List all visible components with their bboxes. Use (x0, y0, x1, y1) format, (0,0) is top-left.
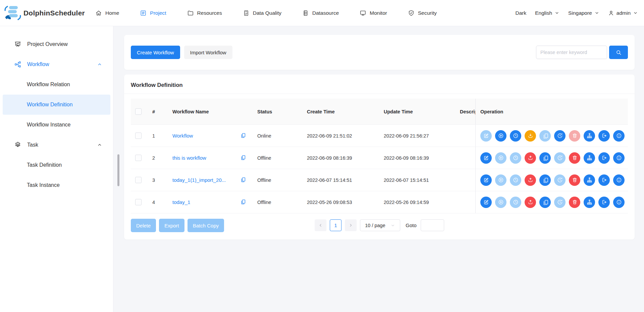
workflow-name-link[interactable]: today_1 (172, 199, 190, 205)
table-row: 4today_1Offline2022-05-26 09:08:532022-0… (131, 191, 628, 213)
operation-cell (475, 191, 628, 213)
nav-item-data-quality[interactable]: Data Quality (243, 10, 281, 16)
edit-button[interactable] (480, 174, 492, 186)
pagination: 1 10 / page Goto (315, 219, 444, 231)
row-checkbox[interactable] (135, 177, 142, 183)
copy-button[interactable] (539, 197, 551, 208)
cron-manage-button[interactable] (554, 197, 566, 208)
tree-view-button[interactable] (584, 197, 595, 208)
nav-item-monitor[interactable]: Monitor (360, 10, 387, 16)
sidebar-item-workflow-instance[interactable]: Workflow Instance (3, 115, 110, 135)
timing-button[interactable] (510, 152, 521, 164)
sidebar-item-task[interactable]: Task (3, 135, 110, 155)
run-button[interactable] (495, 174, 506, 186)
row-checkbox-cell (131, 169, 146, 191)
theme-toggle[interactable]: Dark (516, 10, 527, 16)
export-button[interactable] (598, 130, 610, 142)
language-select[interactable]: English (535, 10, 559, 16)
online-button[interactable] (525, 174, 536, 186)
workflow-name-link[interactable]: Workflow (172, 133, 193, 139)
panel-title: Workflow Definition (124, 74, 635, 94)
page-scrollbar[interactable] (117, 154, 119, 186)
copy-icon[interactable] (240, 155, 247, 161)
nav-item-project[interactable]: Project (140, 10, 166, 16)
export-button[interactable]: Export (159, 219, 184, 232)
copy-icon[interactable] (240, 177, 247, 183)
row-checkbox[interactable] (135, 155, 142, 161)
version-info-button[interactable] (613, 174, 625, 186)
copy-icon[interactable] (240, 133, 247, 139)
next-page-button[interactable] (345, 219, 357, 231)
sidebar-item-workflow[interactable]: Workflow (3, 54, 110, 74)
version-info-button[interactable] (613, 152, 625, 164)
sidebar-item-task-instance[interactable]: Task Instance (3, 175, 110, 195)
select-all-checkbox[interactable] (135, 108, 142, 115)
nav-item-security[interactable]: Security (408, 10, 437, 16)
search-button[interactable] (609, 46, 628, 59)
search-input[interactable] (536, 46, 607, 59)
cron-manage-button[interactable] (554, 130, 566, 142)
workflow-name-text: this is workflow (172, 155, 240, 161)
delete-button[interactable] (569, 152, 580, 164)
nav-item-home[interactable]: Home (95, 10, 119, 16)
workflow-name-link[interactable]: this is workflow (172, 155, 206, 161)
timing-button[interactable] (510, 174, 521, 186)
nav-item-resources[interactable]: Resources (187, 10, 222, 16)
sidebar-item-workflow-definition[interactable]: Workflow Definition (3, 95, 110, 115)
timing-button[interactable] (510, 130, 521, 142)
cron-manage-button[interactable] (554, 152, 566, 164)
version-info-button[interactable] (613, 197, 625, 208)
version-info-button[interactable] (613, 130, 625, 142)
chevron-right-icon (348, 223, 353, 228)
delete-button[interactable] (569, 197, 580, 208)
copy-icon[interactable] (240, 199, 247, 205)
tree-view-button[interactable] (584, 130, 595, 142)
export-button[interactable] (598, 197, 610, 208)
copy-button[interactable] (539, 152, 551, 164)
create-workflow-button[interactable]: Create Workflow (131, 46, 180, 59)
tree-view-button[interactable] (584, 174, 595, 186)
datasource-icon (302, 10, 309, 16)
folder-icon (187, 10, 194, 16)
workflow-name-cell: today_1(1)_import_20... (168, 177, 252, 183)
copy-button[interactable] (539, 174, 551, 186)
app-logo[interactable]: DolphinScheduler (4, 5, 95, 21)
export-button[interactable] (598, 174, 610, 186)
edit-button[interactable] (480, 152, 492, 164)
page-number-1[interactable]: 1 (330, 219, 341, 231)
import-workflow-button[interactable]: Import Workflow (184, 46, 232, 59)
row-checkbox[interactable] (135, 199, 142, 205)
run-button[interactable] (495, 130, 506, 142)
delete-button[interactable]: Delete (131, 219, 156, 232)
sidebar-item-task-definition[interactable]: Task Definition (3, 155, 110, 175)
edit-button[interactable] (480, 197, 492, 208)
edit-button[interactable] (480, 130, 492, 142)
user-menu[interactable]: admin (608, 10, 638, 16)
online-button[interactable] (525, 197, 536, 208)
delete-button[interactable] (569, 174, 580, 186)
goto-page-input[interactable] (421, 219, 444, 231)
timezone-select[interactable]: Singapore (568, 10, 599, 16)
workflow-name-link[interactable]: today_1(1)_import_20... (172, 177, 226, 183)
copy-button[interactable] (539, 130, 551, 142)
timing-button[interactable] (510, 197, 521, 208)
batch-copy-button[interactable]: Batch Copy (187, 219, 224, 232)
sidebar-item-project-overview[interactable]: Project Overview (3, 34, 110, 54)
nav-item-label: Security (418, 10, 437, 16)
sidebar-item-workflow-relation[interactable]: Workflow Relation (3, 74, 110, 95)
run-button[interactable] (495, 152, 506, 164)
delete-button[interactable] (569, 130, 580, 142)
row-checkbox[interactable] (135, 133, 142, 139)
prev-page-button[interactable] (315, 219, 326, 231)
cron-manage-button[interactable] (554, 174, 566, 186)
page-size-select[interactable]: 10 / page (360, 219, 400, 231)
column-header-operation: Operation (475, 99, 628, 124)
nav-item-datasource[interactable]: Datasource (302, 10, 339, 16)
table-footer: Delete Export Batch Copy 1 10 / page Got… (131, 219, 628, 232)
online-button[interactable] (525, 152, 536, 164)
export-button[interactable] (598, 152, 610, 164)
tree-view-button[interactable] (584, 152, 595, 164)
run-button[interactable] (495, 197, 506, 208)
offline-button[interactable] (525, 130, 536, 142)
task-icon (14, 141, 21, 149)
